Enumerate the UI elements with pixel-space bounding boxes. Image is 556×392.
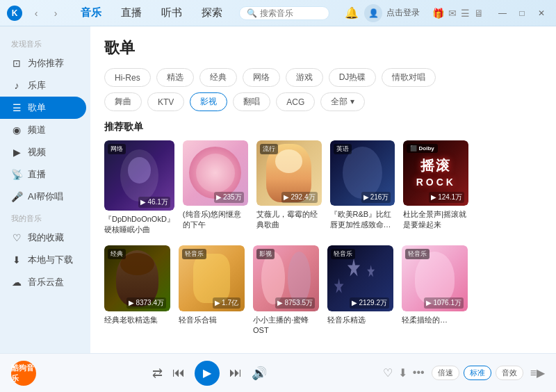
filter-acg[interactable]: ACG bbox=[276, 92, 315, 111]
ai-icon: 🎤 bbox=[11, 191, 22, 202]
album-title-b5: 轻柔描绘的… bbox=[402, 315, 468, 325]
my-music-section-title: 我的音乐 bbox=[0, 208, 90, 227]
bell-icon[interactable]: 🔔 bbox=[345, 6, 359, 19]
maximize-button[interactable]: □ bbox=[514, 6, 530, 21]
sidebar-item-favorites[interactable]: ♡ 我的收藏 bbox=[0, 227, 86, 249]
nav-item-music[interactable]: 音乐 bbox=[71, 3, 111, 22]
filter-row-1: Hi-Res 精选 经典 网络 游戏 DJ热碟 情歌对唱 bbox=[104, 68, 542, 87]
album-cover-b5: 轻音乐 ▶1076.1万 bbox=[402, 245, 468, 311]
sidebar-item-local[interactable]: ⬇ 本地与下载 bbox=[0, 249, 86, 271]
sidebar-item-label-ai: AI帮你唱 bbox=[28, 190, 63, 203]
back-button[interactable]: ‹ bbox=[28, 5, 44, 22]
filter-hi-res[interactable]: Hi-Res bbox=[104, 68, 151, 87]
sidebar-item-live[interactable]: 📡 直播 bbox=[0, 163, 86, 186]
volume-button[interactable]: 🔊 bbox=[252, 366, 267, 381]
album-card-3[interactable]: 流行 ▶292.4万 艾薇儿，霉霉的经典歌曲 bbox=[256, 140, 322, 236]
main-nav: 音乐 直播 听书 探索 bbox=[71, 3, 232, 22]
favorites-icon: ♡ bbox=[11, 232, 22, 243]
display-icon[interactable]: 🖥 bbox=[474, 8, 484, 19]
album-thumb-1: 网络 ▶46.1万 bbox=[104, 140, 174, 211]
more-icon[interactable]: ••• bbox=[413, 366, 425, 379]
album-title-1: 『DpDhDoOnOkD』硬核睡眠小曲 bbox=[104, 214, 174, 236]
search-input[interactable] bbox=[260, 8, 329, 18]
filter-cover[interactable]: 翻唱 bbox=[233, 92, 270, 111]
search-bar[interactable]: 🔍 bbox=[239, 6, 329, 20]
sidebar-item-channel[interactable]: ◉ 频道 bbox=[0, 119, 86, 141]
album-card-1[interactable]: 网络 ▶46.1万 『DpDhDoOnOkD』硬核睡眠小曲 bbox=[104, 140, 174, 236]
album-grid-row1: 网络 ▶46.1万 『DpDhDoOnOkD』硬核睡眠小曲 bbox=[104, 140, 542, 236]
album-cover-4: 英语 ▶216万 bbox=[330, 140, 395, 206]
album-title-b3: 小小主播的·蜜蜂OST bbox=[253, 315, 319, 336]
sidebar-item-ai[interactable]: 🎤 AI帮你唱 bbox=[0, 186, 86, 208]
nav-item-audiobook[interactable]: 听书 bbox=[152, 3, 192, 22]
sidebar-item-playlist[interactable]: ☰ 歌单 bbox=[0, 97, 86, 119]
like-icon[interactable]: ♡ bbox=[383, 366, 393, 379]
filter-all[interactable]: 全部 ▾ bbox=[320, 92, 364, 111]
play-count-b1: ▶8373.4万 bbox=[126, 297, 166, 309]
album-tag-b4: 轻音乐 bbox=[331, 249, 355, 259]
effect-button[interactable]: 音效 bbox=[496, 366, 523, 380]
album-card-b2[interactable]: 轻音乐 ▶1.7亿 轻音乐合辑 bbox=[179, 245, 245, 336]
album-cover-1: 网络 ▶46.1万 bbox=[104, 140, 174, 211]
sidebar-item-cloud[interactable]: ☁ 音乐云盘 bbox=[0, 271, 86, 293]
filter-dj[interactable]: DJ热碟 bbox=[329, 68, 377, 87]
play-count-2: ▶235万 bbox=[214, 192, 244, 203]
recommend-icon: ⊡ bbox=[11, 58, 22, 69]
album-thumb-3: 流行 ▶292.4万 bbox=[256, 140, 322, 206]
album-card-b3[interactable]: 影视 ▶8753.5万 小小主播的·蜜蜂OST bbox=[253, 245, 319, 336]
album-card-5[interactable]: ⬛ Dolby 摇滚ROCK ▶124.1万 杜比全景声|摇滚就是要燥起来 bbox=[403, 140, 468, 236]
album-card-b1[interactable]: 经典 ▶8373.4万 经典老歌精选集 bbox=[104, 245, 170, 336]
sidebar-item-library[interactable]: ♪ 乐库 bbox=[0, 74, 86, 97]
next-button[interactable]: ⏭ bbox=[229, 366, 242, 380]
play-count-1: ▶46.1万 bbox=[138, 197, 170, 208]
nav-item-live[interactable]: 直播 bbox=[111, 3, 152, 22]
album-card-4[interactable]: 英语 ▶216万 『欧美R&B』比红唇更加性感致命的旋律 bbox=[330, 140, 395, 236]
album-tag-b1: 经典 bbox=[108, 249, 126, 259]
play-count-b5: ▶1076.1万 bbox=[424, 297, 464, 309]
download-icon[interactable]: ⬇ bbox=[398, 366, 407, 379]
filter-movie[interactable]: 影视 bbox=[190, 92, 227, 111]
mail-icon[interactable]: ✉ bbox=[448, 8, 457, 19]
playlist-button[interactable]: ≡▶ bbox=[530, 366, 545, 379]
app-logo: K bbox=[7, 6, 22, 21]
player-right: ♡ ⬇ ••• 倍速 标准 音效 ≡▶ bbox=[383, 366, 545, 380]
title-bar: K ‹ › 音乐 直播 听书 探索 🔍 🔔 👤 点击登录 🎁 ✉ ☰ 🖥 — □… bbox=[0, 0, 556, 26]
prev-button[interactable]: ⏮ bbox=[172, 366, 185, 380]
sidebar-item-recommend[interactable]: ⊡ 为你推荐 bbox=[0, 52, 86, 74]
player-bar: 酷狗音乐 ⇄ ⏮ ▶ ⏭ 🔊 ♡ ⬇ ••• 倍速 标准 音效 ≡▶ bbox=[0, 353, 556, 392]
filter-network[interactable]: 网络 bbox=[243, 68, 280, 87]
filter-dance[interactable]: 舞曲 bbox=[104, 92, 142, 111]
album-card-b5[interactable]: 轻音乐 ▶1076.1万 轻柔描绘的… bbox=[402, 245, 468, 336]
album-cover-b4: 轻音乐 ▶2129.2万 bbox=[327, 245, 393, 311]
filter-ktv[interactable]: KTV bbox=[147, 92, 184, 111]
video-icon: ▶ bbox=[11, 147, 22, 158]
user-area[interactable]: 👤 点击登录 bbox=[364, 4, 420, 22]
menu-icon[interactable]: ☰ bbox=[461, 8, 470, 19]
section-recommend-title: 推荐歌单 bbox=[104, 121, 542, 133]
filter-selected[interactable]: 精选 bbox=[156, 68, 194, 87]
filter-game[interactable]: 游戏 bbox=[286, 68, 323, 87]
standard-button[interactable]: 标准 bbox=[464, 366, 491, 380]
nav-item-explore[interactable]: 探索 bbox=[192, 3, 232, 22]
album-title-5: 杜比全景声|摇滚就是要燥起来 bbox=[403, 209, 468, 231]
gift-icon[interactable]: 🎁 bbox=[432, 8, 444, 19]
album-thumb-b1: 经典 ▶8373.4万 bbox=[104, 245, 170, 311]
speed-button[interactable]: 倍速 bbox=[432, 366, 459, 380]
sidebar-item-label-playlist: 歌单 bbox=[28, 101, 46, 114]
playback-options: 倍速 标准 音效 bbox=[432, 366, 523, 380]
album-cover-b3: 影视 ▶8753.5万 bbox=[253, 245, 319, 311]
filter-classic[interactable]: 经典 bbox=[199, 68, 237, 87]
forward-button[interactable]: › bbox=[47, 5, 64, 22]
album-tag-1: 网络 bbox=[108, 144, 126, 154]
play-button[interactable]: ▶ bbox=[195, 361, 220, 386]
album-thumb-2: ▶235万 bbox=[183, 140, 248, 206]
close-button[interactable]: ✕ bbox=[534, 6, 549, 21]
minimize-button[interactable]: — bbox=[495, 6, 510, 21]
album-card-2[interactable]: ▶235万 (纯音乐)悠闲惬意的下午 bbox=[183, 140, 248, 236]
album-cover-2: ▶235万 bbox=[183, 140, 248, 206]
filter-duet[interactable]: 情歌对唱 bbox=[382, 68, 436, 87]
shuffle-button[interactable]: ⇄ bbox=[152, 366, 163, 381]
sidebar-item-video[interactable]: ▶ 视频 bbox=[0, 141, 86, 163]
page-title: 歌单 bbox=[104, 38, 542, 58]
album-card-b4[interactable]: 轻音乐 ▶2129.2万 轻音乐精选 bbox=[327, 245, 393, 336]
